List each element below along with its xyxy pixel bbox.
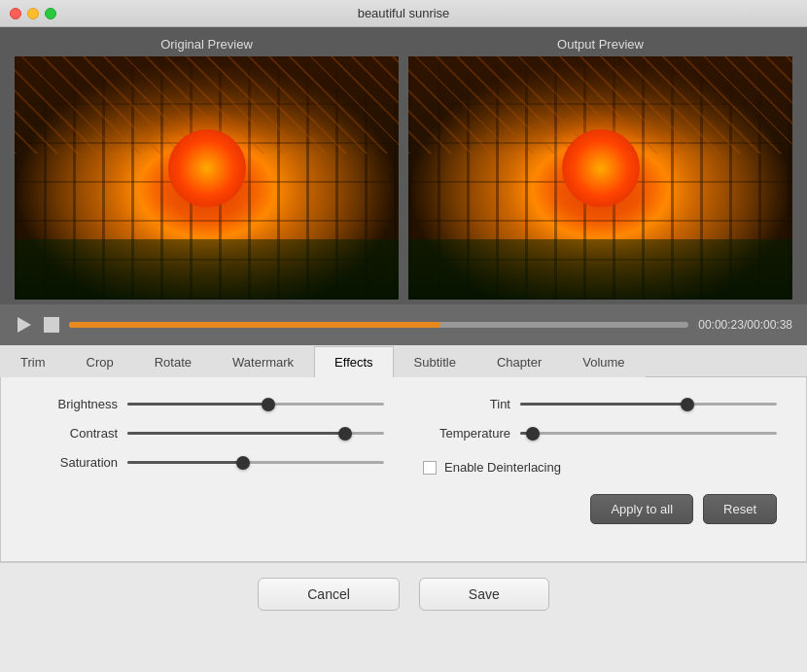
preview-area: Original Preview Output Preview [0,27,807,304]
tint-row: Tint [423,397,777,411]
cancel-button[interactable]: Cancel [258,578,400,611]
saturation-thumb[interactable] [236,456,250,470]
tint-fill [520,403,687,406]
title-bar: beautiful sunrise [0,0,807,27]
tab-effects[interactable]: Effects [314,346,394,377]
output-preview-panel: Output Preview [408,37,792,300]
sliders-area: Brightness Contrast Saturation [30,397,777,475]
reset-button[interactable]: Reset [703,494,777,524]
save-button[interactable]: Save [419,578,549,611]
saturation-label: Saturation [30,455,118,470]
time-current: 00:00:23 [698,318,744,332]
saturation-slider[interactable] [127,461,384,464]
deinterlace-checkbox[interactable] [423,461,437,475]
sg-center-circle [168,129,246,207]
contrast-label: Contrast [30,426,118,441]
tab-chapter[interactable]: Chapter [476,346,562,377]
tint-label: Tint [423,397,510,411]
sg-bottom-out [408,239,792,301]
contrast-slider[interactable] [127,432,384,435]
deinterlace-row: Enable Deinterlacing [423,460,777,475]
bottom-bar: Cancel Save [0,562,807,625]
tab-subtitle[interactable]: Subtitle [394,346,476,377]
action-buttons: Apply to all Reset [30,494,777,524]
brightness-row: Brightness [30,397,384,411]
original-preview-image [15,56,399,300]
play-button[interactable] [15,315,34,335]
contrast-row: Contrast [30,426,384,441]
output-preview-label: Output Preview [557,37,644,52]
output-preview-image [408,56,792,300]
progress-fill [69,322,440,328]
output-stained-glass [408,56,792,300]
tabs-row: Trim Crop Rotate Watermark Effects Subti… [0,345,807,377]
sg-bottom [15,239,399,301]
right-sliders: Tint Temperature En [423,397,777,475]
brightness-thumb[interactable] [262,398,275,411]
effects-panel: Brightness Contrast Saturation [0,377,807,562]
time-display: 00:00:23/00:00:38 [698,318,792,332]
tab-crop[interactable]: Crop [66,346,134,377]
close-button[interactable] [10,8,21,19]
tab-volume[interactable]: Volume [562,346,645,377]
original-preview-panel: Original Preview [15,37,399,300]
temperature-row: Temperature [423,426,777,441]
saturation-row: Saturation [30,455,384,470]
traffic-lights [10,8,56,19]
brightness-slider[interactable] [127,403,384,406]
saturation-fill [127,461,243,464]
contrast-thumb[interactable] [338,427,352,441]
original-stained-glass [15,56,399,300]
tint-slider[interactable] [520,403,777,406]
brightness-label: Brightness [30,397,118,411]
stop-button[interactable] [44,317,59,333]
playback-bar: 00:00:23/00:00:38 [0,304,807,345]
maximize-button[interactable] [45,8,56,19]
left-sliders: Brightness Contrast Saturation [30,397,384,475]
tab-rotate[interactable]: Rotate [134,346,212,377]
deinterlace-label: Enable Deinterlacing [444,460,561,475]
time-total: 00:00:38 [747,318,792,332]
play-icon [18,317,31,333]
temperature-thumb[interactable] [526,427,540,441]
apply-to-all-button[interactable]: Apply to all [590,494,693,524]
temperature-slider[interactable] [520,432,777,435]
minimize-button[interactable] [27,8,39,19]
brightness-fill [127,403,268,406]
original-preview-label: Original Preview [160,37,253,52]
tabs-section: Trim Crop Rotate Watermark Effects Subti… [0,345,807,562]
tint-thumb[interactable] [681,398,694,411]
tab-watermark[interactable]: Watermark [212,346,314,377]
progress-bar[interactable] [69,322,688,328]
window-title: beautiful sunrise [358,6,450,20]
sg-center-circle-out [562,129,640,207]
temperature-label: Temperature [423,426,510,441]
tab-trim[interactable]: Trim [0,346,66,377]
contrast-fill [127,432,345,435]
